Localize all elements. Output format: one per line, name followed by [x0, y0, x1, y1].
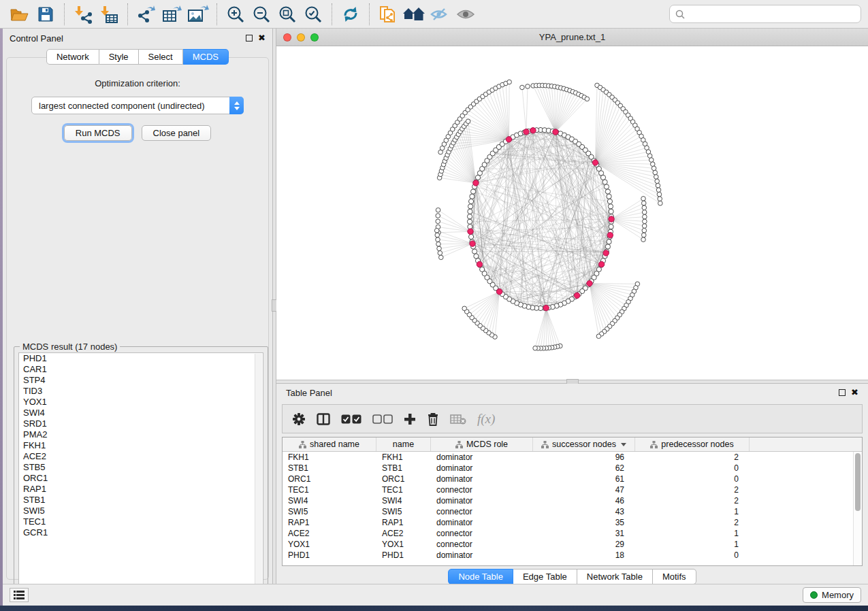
- table-panel: Table Panel ✖: [276, 384, 868, 584]
- close-panel-icon[interactable]: ✖: [851, 389, 858, 396]
- tab-network-table[interactable]: Network Table: [577, 569, 653, 584]
- show-all-icon[interactable]: [454, 3, 477, 26]
- select-all-checkboxes-icon[interactable]: [341, 414, 361, 424]
- gear-icon[interactable]: [292, 412, 306, 426]
- mcds-result-item[interactable]: RAP1: [19, 484, 263, 495]
- copy-network-icon[interactable]: [376, 3, 400, 26]
- export-image-icon[interactable]: [187, 3, 210, 26]
- mcds-result-list[interactable]: PHD1CAR1STP4TID3YOX1SWI4SRD1PMA2FKH1ACE2…: [18, 352, 263, 595]
- table-row[interactable]: YOX1YOX1connector291: [283, 539, 862, 550]
- table-cell: 61: [533, 474, 635, 484]
- table-cell: connector: [431, 506, 533, 517]
- table-cell: 2: [635, 484, 750, 495]
- export-network-icon[interactable]: [135, 3, 158, 26]
- table-cell: STB1: [376, 463, 431, 474]
- mcds-result-item[interactable]: STB1: [19, 495, 263, 506]
- criterion-select[interactable]: largest connected component (undirected): [31, 97, 244, 114]
- run-mcds-button[interactable]: Run MCDS: [64, 125, 132, 141]
- export-table-icon[interactable]: [161, 3, 184, 26]
- mcds-result-item[interactable]: TID3: [19, 386, 263, 397]
- task-history-button[interactable]: [10, 588, 29, 602]
- search-box[interactable]: [669, 5, 861, 23]
- table-row[interactable]: SWI5SWI5connector431: [283, 506, 862, 517]
- search-input[interactable]: [689, 9, 855, 19]
- table-cell: TEC1: [283, 484, 376, 495]
- table-cell: 35: [533, 517, 635, 528]
- control-panel-title: Control Panel: [10, 33, 63, 44]
- memory-button[interactable]: Memory: [803, 587, 861, 603]
- mcds-result-item[interactable]: SWI4: [19, 408, 263, 418]
- import-table-icon[interactable]: [97, 3, 120, 26]
- hide-selected-icon[interactable]: [428, 3, 451, 26]
- import-network-icon[interactable]: [71, 3, 95, 26]
- mcds-result-item[interactable]: STB5: [19, 462, 263, 473]
- zoom-out-icon[interactable]: [250, 3, 273, 26]
- table-row[interactable]: ACE2ACE2connector311: [283, 528, 862, 539]
- mcds-result-item[interactable]: SWI5: [19, 506, 263, 516]
- table-row[interactable]: STB1STB1dominator620: [283, 463, 862, 474]
- add-column-icon[interactable]: [404, 413, 416, 425]
- tab-style[interactable]: Style: [99, 49, 139, 65]
- column-header-successor-nodes[interactable]: successor nodes: [533, 437, 635, 451]
- float-panel-icon[interactable]: [839, 389, 846, 396]
- table-row[interactable]: SWI4SWI4dominator462: [283, 495, 862, 506]
- refresh-icon[interactable]: [339, 3, 362, 26]
- close-panel-button[interactable]: Close panel: [142, 125, 212, 141]
- network-titlebar[interactable]: YPA_prune.txt_1: [276, 29, 868, 46]
- mcds-result-item[interactable]: PHD1: [19, 353, 263, 364]
- zoom-in-icon[interactable]: [224, 3, 247, 26]
- table-cell: dominator: [431, 517, 533, 528]
- tab-node-table[interactable]: Node Table: [448, 569, 513, 584]
- table-row[interactable]: FKH1FKH1dominator962: [283, 452, 862, 463]
- float-panel-icon[interactable]: [246, 35, 253, 42]
- zoom-fit-icon[interactable]: [276, 3, 299, 26]
- network-title: YPA_prune.txt_1: [539, 32, 605, 42]
- criterion-selected-value: largest connected component (undirected): [39, 101, 205, 111]
- deselect-all-checkboxes-icon[interactable]: [372, 414, 393, 424]
- home-icon[interactable]: [402, 3, 425, 26]
- window-close-icon[interactable]: [283, 33, 291, 42]
- window-maximize-icon[interactable]: [310, 33, 319, 42]
- tab-select[interactable]: Select: [139, 49, 183, 65]
- save-session-icon[interactable]: [34, 3, 57, 26]
- column-header-MCDS-role[interactable]: MCDS role: [431, 437, 533, 451]
- table-cell: 31: [533, 528, 635, 539]
- open-file-icon[interactable]: [8, 3, 31, 26]
- table-row[interactable]: PHD1PHD1dominator180: [283, 550, 862, 561]
- scrollbar-thumb[interactable]: [855, 453, 861, 511]
- mcds-result-item[interactable]: STP4: [19, 375, 263, 386]
- tab-network[interactable]: Network: [46, 49, 99, 65]
- tab-edge-table[interactable]: Edge Table: [513, 569, 577, 584]
- table-cell: connector: [431, 484, 533, 495]
- tab-motifs[interactable]: Motifs: [653, 569, 696, 584]
- mcds-list-scrollbar[interactable]: [255, 354, 262, 593]
- optimization-criterion-label: Optimization criterion:: [7, 78, 268, 88]
- network-canvas[interactable]: [276, 46, 868, 380]
- column-header-shared-name[interactable]: shared name: [283, 437, 376, 451]
- mcds-result-item[interactable]: ACE2: [19, 451, 263, 462]
- column-header-predecessor-nodes[interactable]: predecessor nodes: [635, 437, 750, 451]
- memory-status-icon: [810, 591, 818, 599]
- zoom-selected-icon[interactable]: [302, 3, 325, 26]
- close-panel-icon[interactable]: ✖: [258, 35, 266, 42]
- split-panel-icon[interactable]: [317, 413, 330, 425]
- delete-column-icon[interactable]: [427, 412, 439, 426]
- table-row[interactable]: RAP1RAP1dominator352: [283, 517, 862, 528]
- mcds-result-item[interactable]: GCR1: [19, 527, 263, 538]
- tab-mcds[interactable]: MCDS: [183, 49, 229, 65]
- mcds-result-item[interactable]: TEC1: [19, 516, 263, 527]
- window-minimize-icon[interactable]: [297, 33, 305, 42]
- mcds-result-item[interactable]: PMA2: [19, 429, 263, 440]
- network-graph[interactable]: [276, 46, 868, 380]
- mcds-result-item[interactable]: SRD1: [19, 418, 263, 429]
- mcds-result-item[interactable]: CAR1: [19, 364, 263, 375]
- table-scrollbar[interactable]: [853, 452, 862, 565]
- table-row[interactable]: TEC1TEC1connector472: [283, 484, 862, 495]
- mcds-result-item[interactable]: ORC1: [19, 473, 263, 484]
- mcds-result-item[interactable]: YOX1: [19, 397, 263, 408]
- column-header-name[interactable]: name: [376, 437, 431, 451]
- mcds-result-item[interactable]: FKH1: [19, 440, 263, 451]
- table-row[interactable]: ORC1ORC1dominator610: [283, 474, 862, 484]
- delete-table-icon: [450, 414, 466, 425]
- node-table[interactable]: shared namenameMCDS rolesuccessor nodesp…: [282, 437, 863, 566]
